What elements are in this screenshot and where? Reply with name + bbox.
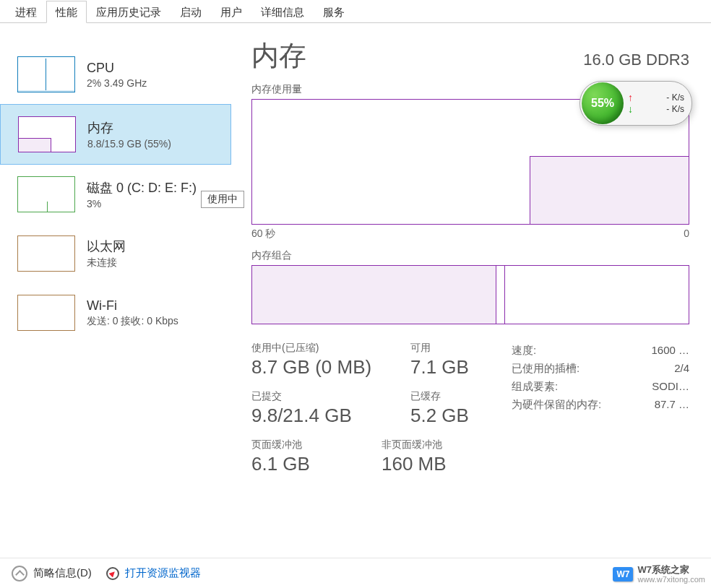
disk-label-block: 磁盘 0 (C: D: E: F:) 3% [87,179,197,209]
comp-segment-in-use [252,266,496,324]
ethernet-title: 以太网 [87,238,126,255]
comp-segment-modified [496,266,505,324]
axis-left: 60 秒 [251,228,275,241]
stat-cached: 已缓存 5.2 GB [410,390,512,427]
prop-hw-reserved: 为硬件保留的内存: 87.7 … [512,396,689,414]
wifi-label-block: Wi-Fi 发送: 0 接收: 0 Kbps [87,298,178,328]
stat-nonpaged-pool-label: 非页面缓冲池 [382,438,512,451]
netspeed-widget[interactable]: 55% ↑ - K/s ↓ - K/s [579,81,692,126]
stat-available-value: 7.1 GB [410,356,512,379]
ethernet-thumb-graph [17,235,75,272]
stats-right: 速度: 1600 … 已使用的插槽: 2/4 组成要素: SODI… 为硬件保留… [512,342,689,487]
sidebar-item-memory[interactable]: 内存 8.8/15.9 GB (55%) [0,104,231,165]
watermark: W7 W7系统之家 www.w7xitong.com [613,565,705,584]
stat-cached-value: 5.2 GB [410,405,512,427]
tab-processes[interactable]: 进程 [6,1,46,23]
tab-users[interactable]: 用户 [211,1,251,23]
memory-title: 内存 [87,119,171,137]
graph-axis: 60 秒 0 [251,228,689,241]
stat-paged-pool: 页面缓冲池 6.1 GB [251,438,382,475]
detail-spec: 16.0 GB DDR3 [583,51,689,69]
disk-subtext: 3% [87,198,197,209]
prop-speed-value: 1600 … [651,344,689,358]
stat-paged-pool-value: 6.1 GB [251,453,382,475]
tab-app-history[interactable]: 应用历史记录 [87,1,171,23]
composition-label: 内存组合 [251,249,689,262]
detail-title: 内存 [251,38,306,74]
open-resource-monitor-link[interactable]: 打开资源监视器 [125,566,201,580]
prop-hw-reserved-label: 为硬件保留的内存: [512,398,601,412]
cpu-subtext: 2% 3.49 GHz [87,77,147,89]
watermark-url: www.w7xitong.com [637,575,705,584]
sidebar-item-cpu[interactable]: CPU 2% 3.49 GHz [0,45,231,104]
tab-performance[interactable]: 性能 [46,1,87,23]
sidebar-item-wifi[interactable]: Wi-Fi 发送: 0 接收: 0 Kbps [0,283,231,342]
stat-nonpaged-pool-value: 160 MB [382,453,512,475]
memory-composition-bar[interactable] [251,265,689,324]
cpu-thumb-graph [17,56,75,92]
tab-details[interactable]: 详细信息 [251,1,314,23]
prop-slots-label: 已使用的插槽: [512,362,579,376]
tab-bar: 进程 性能 应用历史记录 启动 用户 详细信息 服务 [0,0,711,23]
arrow-down-icon: ↓ [628,103,633,115]
memory-thumb-graph [18,116,76,152]
stat-in-use: 使用中(已压缩) 8.7 GB (0 MB) [251,342,410,379]
sidebar: CPU 2% 3.49 GHz 内存 8.8/15.9 GB (55%) 磁盘 … [0,23,231,558]
stats-left: 使用中(已压缩) 8.7 GB (0 MB) 可用 7.1 GB 已提交 9.8… [251,342,512,487]
footer-bar: 简略信息(D) 打开资源监视器 [0,558,711,588]
cpu-label-block: CPU 2% 3.49 GHz [87,61,147,89]
prop-speed: 速度: 1600 … [512,342,689,360]
stat-committed: 已提交 9.8/21.4 GB [251,390,410,427]
prop-speed-label: 速度: [512,344,536,358]
disk-title: 磁盘 0 (C: D: E: F:) [87,179,197,196]
wifi-thumb-graph [17,295,75,331]
wifi-title: Wi-Fi [87,298,178,314]
stat-in-use-value: 8.7 GB (0 MB) [251,356,410,379]
memory-subtext: 8.8/15.9 GB (55%) [87,138,171,150]
resource-monitor-icon[interactable] [106,567,119,580]
watermark-title: W7系统之家 [637,565,705,575]
wifi-subtext: 发送: 0 接收: 0 Kbps [87,315,178,328]
disk-thumb-graph [17,176,75,212]
comp-segment-standby-free [505,266,689,324]
arrow-up-icon: ↑ [628,92,633,103]
tooltip-in-use: 使用中 [201,191,244,208]
tab-startup[interactable]: 启动 [171,1,211,23]
axis-right: 0 [684,228,689,241]
detail-header: 内存 16.0 GB DDR3 [251,38,689,74]
ethernet-label-block: 以太网 未连接 [87,238,126,269]
cpu-title: CPU [87,61,147,76]
watermark-badge: W7 [613,567,633,581]
stat-available: 可用 7.1 GB [410,342,512,379]
prop-form-label: 组成要素: [512,380,558,394]
prop-hw-reserved-value: 87.7 … [655,398,689,412]
stat-committed-label: 已提交 [251,390,410,403]
widget-download-value: - K/s [666,104,684,114]
stat-nonpaged-pool: 非页面缓冲池 160 MB [382,438,512,475]
memory-label-block: 内存 8.8/15.9 GB (55%) [87,119,171,150]
tab-services[interactable]: 服务 [314,1,354,23]
widget-upload-value: - K/s [666,92,684,103]
prop-slots-value: 2/4 [674,362,689,376]
stat-in-use-label: 使用中(已压缩) [251,342,410,355]
memory-usage-fill [530,156,689,224]
sidebar-item-disk[interactable]: 磁盘 0 (C: D: E: F:) 3% [0,165,231,224]
sidebar-item-ethernet[interactable]: 以太网 未连接 [0,224,231,283]
prop-form-value: SODI… [652,380,689,394]
stat-committed-value: 9.8/21.4 GB [251,405,410,427]
chevron-up-circle-icon[interactable] [12,566,27,581]
stat-paged-pool-label: 页面缓冲池 [251,438,382,451]
widget-info: ↑ - K/s ↓ - K/s [624,89,691,118]
stats-block: 使用中(已压缩) 8.7 GB (0 MB) 可用 7.1 GB 已提交 9.8… [251,342,689,487]
stat-available-label: 可用 [410,342,512,355]
prop-slots: 已使用的插槽: 2/4 [512,360,689,378]
prop-form: 组成要素: SODI… [512,378,689,396]
widget-percent-icon: 55% [582,82,624,124]
brief-info-link[interactable]: 简略信息(D) [33,566,92,580]
ethernet-subtext: 未连接 [87,256,126,269]
stat-cached-label: 已缓存 [410,390,512,403]
